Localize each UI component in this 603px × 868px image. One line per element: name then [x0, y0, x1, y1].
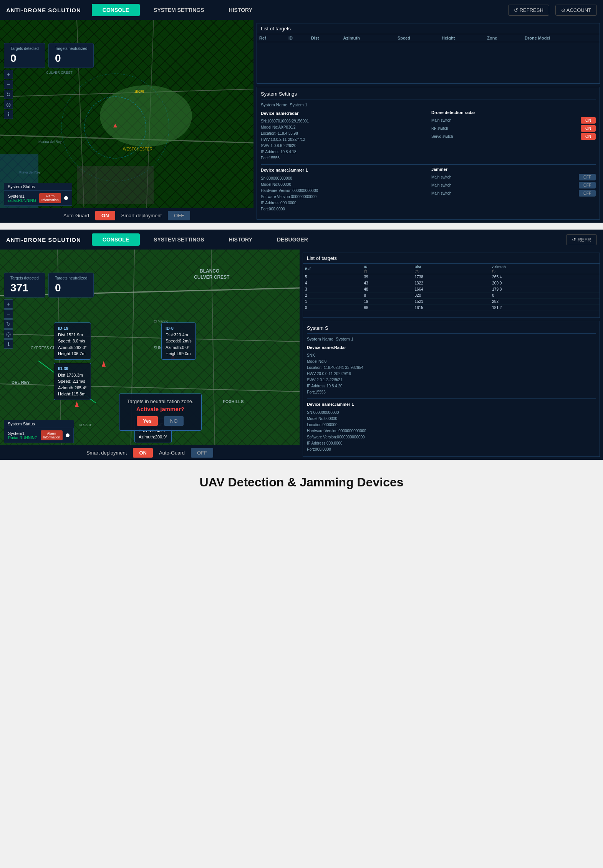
- info-btn[interactable]: ℹ: [4, 110, 13, 119]
- tab-system-settings-2[interactable]: SYSTEM SETTINGS: [143, 233, 215, 246]
- zoom-out-btn-2[interactable]: −: [4, 309, 13, 319]
- tab-history-1[interactable]: HISTORY: [218, 4, 263, 16]
- zoom-in-btn-2[interactable]: +: [4, 299, 13, 309]
- stats-row-1: Targets detected 0 Targets neutralized 0: [4, 43, 94, 68]
- tab-console-1[interactable]: CONSOLE: [92, 4, 140, 16]
- tab-history-2[interactable]: HISTORY: [218, 233, 263, 246]
- refresh-btn-1[interactable]: ↺ REFRESH: [508, 5, 549, 16]
- rotate-btn[interactable]: ↻: [4, 90, 13, 99]
- rf-switch-label-1: RF switch: [431, 126, 448, 131]
- navbar-2: ANTI-DRONE SOLUTION CONSOLE SYSTEM SETTI…: [0, 230, 603, 250]
- radar-device-name-2: Device name:Radar: [307, 344, 596, 351]
- auto-guard-off-btn-2[interactable]: OFF: [191, 448, 213, 458]
- locate-btn-2[interactable]: ◎: [4, 329, 13, 339]
- locate-btn[interactable]: ◎: [4, 100, 13, 109]
- activation-popup: Targets in neutralization zone. Activate…: [119, 393, 202, 431]
- jammer-ctrl-btn-2[interactable]: OFF: [579, 190, 596, 197]
- main-switch-btn-1[interactable]: ON: [581, 117, 596, 124]
- alarm-btn-1[interactable]: AlarmInformation: [39, 193, 61, 203]
- col-zone-1: Zone: [485, 34, 522, 42]
- info-btn-2[interactable]: ℹ: [4, 339, 13, 349]
- col-id-1: ID: [286, 34, 309, 42]
- auto-guard-on-btn-1[interactable]: ON: [95, 211, 115, 220]
- target-table-2: Ref ID(°) Dist(m) Azimuth(°) 5391738265.…: [303, 264, 600, 311]
- jammer-port-1: Port:000.0000: [261, 206, 425, 212]
- rotate-btn-2[interactable]: ↻: [4, 319, 13, 329]
- rf-switch-btn-1[interactable]: ON: [581, 125, 596, 132]
- svg-marker-35: [75, 401, 79, 407]
- jammer-location-2: Location:0000000: [307, 422, 596, 428]
- status-body-1: System1 radar:RUNNING AlarmInformation: [4, 190, 72, 206]
- tab-system-settings-1[interactable]: SYSTEM SETTINGS: [143, 4, 215, 16]
- radar-device-name-1: Device name:radar: [261, 110, 425, 117]
- status-system-info-1: System1 radar:RUNNING: [8, 194, 36, 203]
- jammer-device-name-2: Device name:Jammer 1: [307, 401, 596, 408]
- svg-text:WESTCHESTER: WESTCHESTER: [123, 147, 152, 151]
- popup-dist-39: Dist:1738.3m: [58, 372, 87, 379]
- brand-1: ANTI-DRONE SOLUTION: [6, 7, 81, 13]
- jammer-ctrl-row-0: Main switch OFF: [431, 174, 596, 180]
- jammer-model-1: Model No:000000: [261, 182, 425, 188]
- tab-console-2[interactable]: CONSOLE: [92, 233, 140, 246]
- popup-id-19: ID-19: [58, 325, 87, 332]
- stat-neutralized-label-1: Targets neutralized: [55, 46, 88, 51]
- jammer-ctrl-label-0: Main switch: [431, 175, 451, 179]
- svg-line-23: [211, 250, 215, 460]
- device-info-radar-1: Device name:radar SN:10807010005:2915600…: [261, 110, 425, 162]
- svg-text:ALSACE: ALSACE: [79, 423, 93, 427]
- rf-switch-row-1: RF switch ON: [431, 125, 596, 132]
- jammer-ip-2: IP Address:000.0000: [307, 440, 596, 446]
- jammer-ctrl-btn-0[interactable]: OFF: [579, 174, 596, 180]
- alarm-btn-2[interactable]: AlarmInformation: [41, 430, 63, 440]
- jammer-sn-1: Sn:000000000000: [261, 175, 425, 182]
- status-title-2: System Status: [4, 420, 74, 428]
- jammer-ctrl-label-2: Main switch: [431, 191, 451, 195]
- zoom-in-btn[interactable]: +: [4, 70, 13, 79]
- activate-yes-btn[interactable]: Yes: [137, 416, 157, 426]
- table-row: 1191521282: [303, 299, 600, 305]
- col-dist-2: Dist(m): [413, 264, 490, 274]
- svg-rect-15: [77, 166, 154, 204]
- servo-switch-btn-1[interactable]: ON: [581, 133, 596, 140]
- radar-port-2: Port:15555: [307, 389, 596, 395]
- col-ref-2: Ref: [303, 264, 362, 274]
- col-drone-model-1: Drone Model: [522, 34, 600, 42]
- radar-port-1: Port:15555: [261, 155, 425, 161]
- screen2: ANTI-DRONE SOLUTION CONSOLE SYSTEM SETTI…: [0, 230, 603, 460]
- stat-detected-value-2: 371: [10, 282, 39, 294]
- alarm-dot-2: [66, 433, 70, 437]
- activate-no-btn[interactable]: NO: [164, 416, 184, 426]
- status-running-2: Radar:RUNNING: [8, 436, 38, 440]
- jammer-ctrl-btn-1[interactable]: OFF: [579, 182, 596, 188]
- servo-switch-row-1: Servo switch ON: [431, 133, 596, 140]
- page-main-title: UAV Detection & Jamming Devices: [0, 475, 603, 489]
- map-area-2: BLANCO CULVER CREST DEL REY FOXHILLS CYP…: [0, 250, 300, 460]
- radar-model-2: Model No:0: [307, 359, 596, 365]
- radar-sn-2: SN:0: [307, 352, 596, 359]
- target-table-1: Ref ID Dist Azimuth Speed Height Zone Dr…: [257, 34, 600, 42]
- smart-deploy-off-btn-1[interactable]: OFF: [168, 211, 190, 220]
- settings-panel-2: System S System Name: System 1 Device na…: [303, 321, 600, 457]
- refresh-btn-2[interactable]: ↺ REFR: [566, 234, 597, 245]
- radar-sn-1: SN:10807010005:29156001: [261, 118, 425, 124]
- svg-text:FOXHILLS: FOXHILLS: [223, 399, 244, 404]
- map-zoom-controls: + − ↻ ◎ ℹ: [4, 70, 13, 119]
- smart-deploy-on-btn-2[interactable]: ON: [133, 448, 153, 458]
- brand-2: ANTI-DRONE SOLUTION: [6, 236, 81, 243]
- popup-notice: Targets in neutralization zone.: [127, 398, 194, 404]
- divider-1: [261, 164, 596, 165]
- tab-debugger-2[interactable]: DEBUGGER: [266, 233, 319, 246]
- drone-popup-19: ID-19 Dist:1521.9m Speed: 3.0m/s Azimuth…: [54, 322, 91, 360]
- target-list-title-2: List of targets: [303, 253, 600, 264]
- zoom-out-btn[interactable]: −: [4, 80, 13, 89]
- popup-question: Activate jammer?: [127, 406, 194, 412]
- device-section-radar-1: Device name:radar SN:10807010005:2915600…: [261, 110, 596, 162]
- table-row: 5391738265.4: [303, 274, 600, 280]
- popup-dist-8: Dist:320.4m: [166, 332, 192, 338]
- detection-radar-title-1: Drone detection radar: [431, 110, 596, 115]
- auto-guard-label-1: Auto-Guard: [63, 213, 89, 218]
- popup-height-19: Height:106.7m: [58, 351, 87, 357]
- svg-text:CULVER CREST: CULVER CREST: [46, 71, 73, 74]
- account-btn-1[interactable]: ⊙ ACCOUNT: [555, 5, 597, 16]
- stat-neutralized-label-2: Targets neutralized: [55, 276, 88, 280]
